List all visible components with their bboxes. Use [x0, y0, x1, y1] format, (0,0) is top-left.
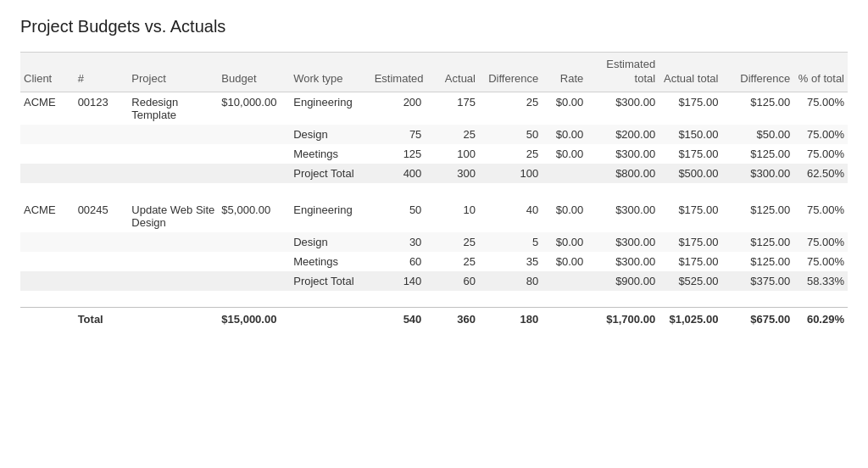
budget-table: Client # Project Budget Work type Estima…	[20, 52, 848, 331]
col-header-acttotal: Actual total	[659, 53, 721, 92]
col-header-difftot: Difference	[721, 53, 793, 92]
table-row: ACME00245Update Web Site Design$5,000.00…	[20, 200, 848, 232]
table-row: Design30255$0.00$300.00$175.00$125.0075.…	[20, 232, 848, 252]
table-row: Design752550$0.00$200.00$150.00$50.0075.…	[20, 125, 848, 144]
col-header-estimated: Estimated	[371, 53, 426, 92]
table-row: Meetings602535$0.00$300.00$175.00$125.00…	[20, 252, 848, 271]
col-header-worktype: Work type	[290, 53, 370, 92]
table-header-row: Client # Project Budget Work type Estima…	[20, 53, 848, 92]
table-row: ACME00123Redesign Template$10,000.00Engi…	[20, 92, 848, 125]
total-row: Total$15,000.00540360180$1,700.00$1,025.…	[20, 308, 848, 332]
page-title: Project Budgets vs. Actuals	[20, 17, 848, 36]
spacer-row	[20, 291, 848, 308]
col-header-num: #	[75, 53, 129, 92]
col-header-client: Client	[20, 53, 75, 92]
subtotal-row: Project Total1406080$900.00$525.00$375.0…	[20, 271, 848, 291]
subtotal-row: Project Total400300100$800.00$500.00$300…	[20, 164, 848, 183]
table-row: Meetings12510025$0.00$300.00$175.00$125.…	[20, 144, 848, 164]
col-header-esttotal: Estimated total	[587, 53, 659, 92]
spacer-row	[20, 183, 848, 200]
col-header-actual: Actual	[425, 53, 479, 92]
col-header-budget: Budget	[218, 53, 290, 92]
col-header-project: Project	[128, 53, 218, 92]
col-header-rate: Rate	[542, 53, 587, 92]
col-header-diff: Difference	[479, 53, 542, 92]
col-header-pct: % of total	[793, 53, 848, 92]
